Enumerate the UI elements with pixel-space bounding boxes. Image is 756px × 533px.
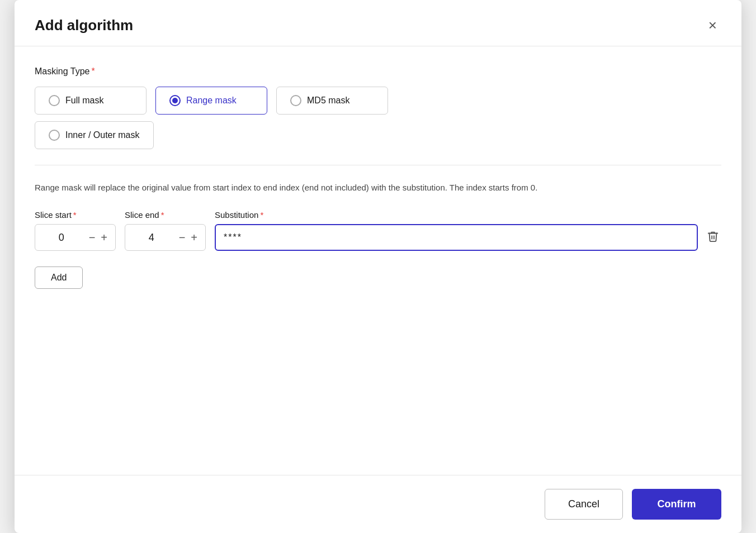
full-mask-label: Full mask: [65, 96, 103, 106]
full-mask-radio: [49, 95, 60, 106]
dialog-footer: Cancel Confirm: [15, 475, 741, 533]
slice-start-label: Slice start*: [35, 210, 116, 220]
md5-mask-option[interactable]: MD5 mask: [276, 87, 388, 115]
slice-start-controls: − +: [88, 232, 115, 243]
dialog-body: Masking Type* Full mask Range mask MD5 m…: [15, 46, 741, 475]
fields-row: Slice start* 0 − + Slice end* 4: [35, 210, 721, 251]
masking-type-label: Masking Type*: [35, 66, 721, 77]
required-star: *: [91, 66, 94, 76]
divider: [35, 165, 721, 165]
inner-outer-mask-radio: [49, 130, 60, 141]
slice-start-decrement[interactable]: −: [88, 232, 97, 243]
slice-end-group: Slice end* 4 − +: [125, 210, 206, 251]
cancel-button[interactable]: Cancel: [545, 489, 623, 520]
description-text: Range mask will replace the original val…: [35, 181, 721, 194]
add-button[interactable]: Add: [35, 266, 83, 289]
dialog-header: Add algorithm ×: [15, 0, 741, 46]
slice-start-increment[interactable]: +: [100, 232, 108, 243]
mask-options-row2: Inner / Outer mask: [35, 121, 721, 149]
trash-icon: [707, 230, 719, 242]
slice-end-increment[interactable]: +: [190, 232, 199, 243]
slice-end-input-wrapper: 4 − +: [125, 224, 206, 251]
substitution-input[interactable]: [215, 224, 698, 251]
slice-end-decrement[interactable]: −: [178, 232, 187, 243]
full-mask-option[interactable]: Full mask: [35, 87, 147, 115]
slice-end-label: Slice end*: [125, 210, 206, 220]
confirm-button[interactable]: Confirm: [632, 489, 721, 520]
close-button[interactable]: ×: [704, 16, 721, 35]
md5-mask-radio: [290, 95, 301, 106]
mask-options-row1: Full mask Range mask MD5 mask: [35, 87, 721, 115]
dialog-title: Add algorithm: [35, 17, 133, 34]
add-algorithm-dialog: Add algorithm × Masking Type* Full mask …: [15, 0, 741, 533]
slice-start-input-wrapper: 0 − +: [35, 224, 116, 251]
slice-end-controls: − +: [178, 232, 205, 243]
range-mask-label: Range mask: [186, 96, 237, 106]
substitution-wrapper: [215, 224, 721, 251]
range-mask-option[interactable]: Range mask: [155, 87, 267, 115]
inner-outer-mask-label: Inner / Outer mask: [65, 130, 140, 140]
slice-start-group: Slice start* 0 − +: [35, 210, 116, 251]
delete-button[interactable]: [705, 228, 721, 248]
inner-outer-mask-option[interactable]: Inner / Outer mask: [35, 121, 154, 149]
md5-mask-label: MD5 mask: [307, 96, 349, 106]
slice-end-value: 4: [125, 232, 178, 244]
slice-start-value: 0: [35, 232, 88, 244]
range-mask-radio: [169, 95, 181, 106]
substitution-group: Substitution*: [215, 210, 721, 251]
substitution-label: Substitution*: [215, 210, 721, 220]
